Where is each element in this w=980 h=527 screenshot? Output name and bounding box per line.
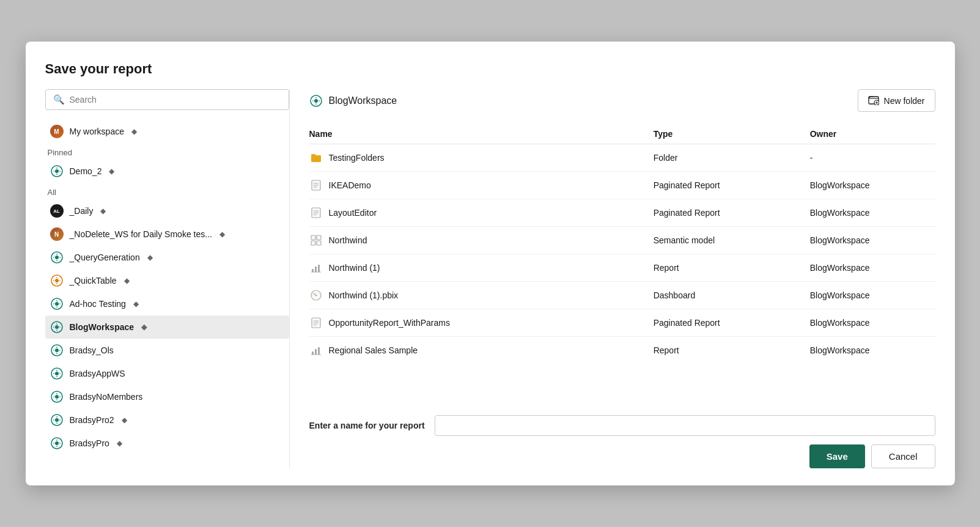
sidebar-item-demo2[interactable]: Demo_2 ◆ (45, 160, 289, 183)
sidebar-item-bradsyols[interactable]: Bradsy_Ols (45, 339, 289, 362)
dialog-footer: Enter a name for your report Save Cancel (309, 415, 935, 468)
my-workspace-diamond-icon: ◆ (131, 127, 137, 136)
new-folder-label: New folder (884, 96, 925, 106)
file-icon-model (309, 234, 323, 247)
quicktable-icon (50, 274, 64, 287)
table-row[interactable]: IKEADemo Paginated Report BlogWorkspace (309, 172, 935, 199)
daily-diamond-icon: ◆ (100, 207, 106, 215)
column-header-type: Type (654, 124, 810, 144)
sidebar-item-quicktable[interactable]: _QuickTable ◆ (45, 269, 289, 292)
adhoc-diamond-icon: ◆ (133, 300, 139, 308)
file-table-scroll[interactable]: Name Type Owner TestingFolders Folder - … (309, 124, 935, 404)
bradsypro-icon (50, 437, 64, 450)
nodelete-label: _NoDelete_WS for Daily Smoke tes... (70, 229, 212, 239)
bradsyno-label: BradsyNoMembers (70, 392, 143, 402)
bradsypro-diamond-icon: ◆ (117, 439, 122, 448)
quicktable-diamond-icon: ◆ (124, 276, 130, 285)
file-type: Report (654, 254, 810, 282)
bradsyols-icon (50, 344, 64, 357)
bradsyols-label: Bradsy_Ols (70, 345, 114, 355)
sidebar-item-daily[interactable]: AL _Daily ◆ (45, 199, 289, 223)
quicktable-label: _QuickTable (70, 276, 117, 286)
file-owner: BlogWorkspace (810, 227, 935, 254)
sidebar-item-blogworkspace[interactable]: BlogWorkspace ◆ (45, 315, 289, 339)
file-name: Northwind (329, 235, 367, 245)
file-owner: BlogWorkspace (810, 309, 935, 337)
blogworkspace-icon (50, 320, 64, 334)
sidebar-item-bradsyapp[interactable]: BradsyAppWS (45, 362, 289, 385)
file-icon-report (309, 206, 323, 219)
sidebar-item-querygeneration[interactable]: _QueryGeneration ◆ (45, 246, 289, 269)
file-owner: BlogWorkspace (810, 282, 935, 309)
file-type: Semantic model (654, 227, 810, 254)
report-name-input[interactable] (435, 415, 935, 436)
bradsypro2-label: BradsyPro2 (70, 415, 114, 425)
file-type: Paginated Report (654, 172, 810, 199)
report-name-label: Enter a name for your report (309, 421, 425, 430)
file-name: LayoutEditor (329, 208, 377, 218)
table-row[interactable]: Northwind Semantic model BlogWorkspace (309, 227, 935, 254)
sidebar-item-nodelete[interactable]: N _NoDelete_WS for Daily Smoke tes... ◆ (45, 223, 289, 246)
bradsyapp-label: BradsyAppWS (70, 369, 125, 378)
table-row[interactable]: Regional Sales Sample Report BlogWorkspa… (309, 337, 935, 364)
search-input[interactable] (70, 95, 281, 105)
table-row[interactable]: OpportunityReport_WithParams Paginated R… (309, 309, 935, 337)
button-row: Save Cancel (309, 444, 935, 468)
table-row[interactable]: Northwind (1) Report BlogWorkspace (309, 254, 935, 282)
nodelete-avatar-icon: N (50, 227, 64, 241)
column-header-name: Name (309, 124, 654, 144)
cancel-button[interactable]: Cancel (871, 444, 935, 468)
sidebar-item-adhoc[interactable]: Ad-hoc Testing ◆ (45, 292, 289, 315)
panel-header-left: BlogWorkspace (309, 94, 397, 108)
svg-rect-35 (312, 352, 314, 355)
demo2-workspace-icon (50, 164, 64, 178)
table-row[interactable]: Northwind (1).pbix Dashboard BlogWorkspa… (309, 282, 935, 309)
svg-rect-37 (318, 347, 320, 355)
file-owner: BlogWorkspace (810, 199, 935, 227)
sidebar-item-my-workspace[interactable]: M My workspace ◆ (45, 120, 289, 143)
svg-rect-36 (315, 349, 317, 355)
table-row[interactable]: TestingFolders Folder - (309, 144, 935, 172)
report-name-row: Enter a name for your report (309, 415, 935, 436)
bradsypro2-diamond-icon: ◆ (122, 416, 127, 424)
bradsypro-label: BradsyPro (70, 438, 109, 448)
daily-label: _Daily (70, 206, 94, 216)
adhoc-icon (50, 297, 64, 311)
file-name: Regional Sales Sample (329, 345, 418, 355)
save-button[interactable]: Save (809, 444, 865, 468)
bradsypro2-icon (50, 413, 64, 427)
demo2-label: Demo_2 (70, 166, 102, 176)
panel-workspace-icon (309, 94, 323, 108)
file-owner: BlogWorkspace (810, 254, 935, 282)
file-name: OpportunityReport_WithParams (329, 318, 450, 328)
file-type: Folder (654, 144, 810, 172)
svg-rect-24 (317, 241, 321, 245)
blogworkspace-label: BlogWorkspace (70, 322, 134, 332)
file-type: Paginated Report (654, 309, 810, 337)
file-name: TestingFolders (329, 153, 385, 163)
search-box[interactable]: 🔍 (45, 89, 289, 110)
file-icon-report (309, 316, 323, 330)
dialog-title: Save your report (45, 61, 935, 77)
panel-title: BlogWorkspace (329, 95, 397, 106)
sidebar-item-bradsypro[interactable]: BradsyPro ◆ (45, 432, 289, 455)
file-table: Name Type Owner TestingFolders Folder - … (309, 124, 935, 364)
table-row[interactable]: LayoutEditor Paginated Report BlogWorksp… (309, 199, 935, 227)
file-icon-report (309, 179, 323, 192)
file-icon-bar (309, 261, 323, 275)
blogworkspace-diamond-icon: ◆ (141, 323, 147, 331)
sidebar: 🔍 M My workspace ◆ Pinned Demo_2 (45, 89, 290, 468)
sidebar-item-bradsypro2[interactable]: BradsyPro2 ◆ (45, 408, 289, 432)
file-owner: BlogWorkspace (810, 337, 935, 364)
svg-rect-23 (311, 241, 315, 245)
daily-avatar-icon: AL (50, 204, 64, 218)
file-name: Northwind (1).pbix (329, 290, 399, 300)
adhoc-label: Ad-hoc Testing (70, 299, 126, 309)
svg-rect-27 (318, 265, 320, 272)
svg-rect-26 (315, 267, 317, 272)
new-folder-button[interactable]: New folder (858, 89, 935, 112)
all-section-label: All (45, 188, 289, 197)
bradsyapp-icon (50, 367, 64, 380)
my-workspace-avatar-icon: M (50, 125, 64, 138)
sidebar-item-bradsyno[interactable]: BradsyNoMembers (45, 385, 289, 408)
